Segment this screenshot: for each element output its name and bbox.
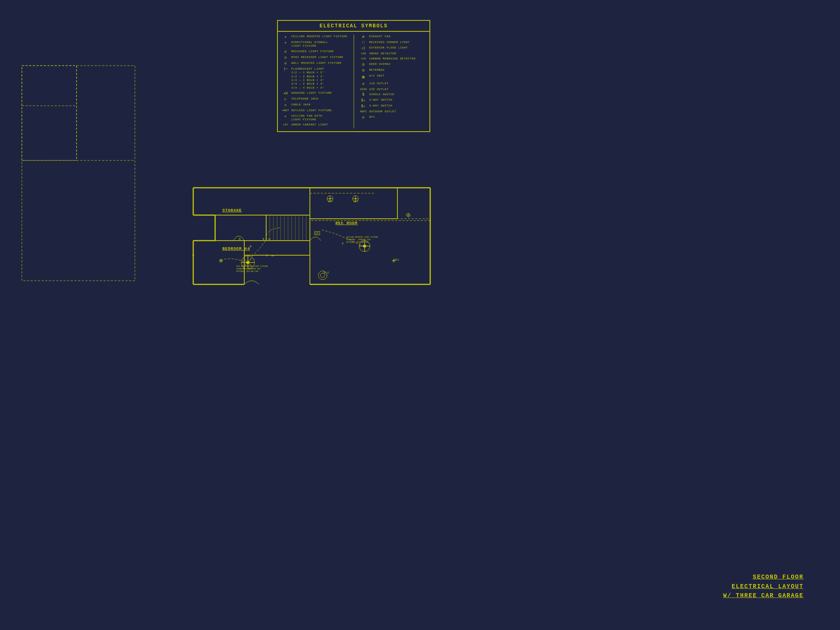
switch-rec-room: $ <box>342 242 343 245</box>
title-line2: ELECTRICAL LAYOUT <box>723 582 804 592</box>
storage-label: STORAGE <box>223 208 242 213</box>
title-line3: W/ THREE CAR GARAGE <box>723 591 804 601</box>
svg-point-55 <box>329 198 331 199</box>
svg-text:OPTIONAL CEILING FAN: OPTIONAL CEILING FAN <box>346 242 368 243</box>
svg-point-60 <box>318 271 327 279</box>
svg-rect-0 <box>22 66 77 160</box>
annotation-bed4: CEILING MOUNTED LIGHT FIXTURE <box>236 265 268 268</box>
bedroom4-label: BEDROOM #4 <box>223 246 250 251</box>
door-arc-3 <box>310 237 321 241</box>
outer-floor-outline <box>22 66 135 281</box>
svg-text:STANDARD - PREWIRE FOR: STANDARD - PREWIRE FOR <box>346 239 370 241</box>
switch-bed-1: $ <box>266 254 268 257</box>
floorplan-svg: .wall { stroke: #cccc00; stroke-width: 2… <box>11 22 448 295</box>
title-line1: SECOND FLOOR <box>723 573 804 582</box>
switch-s1: $ <box>239 237 241 241</box>
svg-point-61 <box>321 273 325 278</box>
title-block: SECOND FLOOR ELECTRICAL LAYOUT W/ THREE … <box>723 573 804 601</box>
annotation-rec: CEILING MOUNTED LIGHT FIXTURE <box>346 236 378 238</box>
wire-1 <box>248 228 281 262</box>
rec-room-label: REC ROOM <box>335 221 358 225</box>
outlet-1 <box>219 259 223 262</box>
wire-3 <box>221 259 248 262</box>
ceiling-light-top2 <box>352 196 358 202</box>
svg-point-59 <box>355 198 356 199</box>
door-arc-2 <box>244 281 259 284</box>
ceiling-light-top1 <box>327 196 333 202</box>
switch-s3: $ <box>250 245 251 248</box>
switch-s2: $ <box>262 237 264 241</box>
svg-rect-70 <box>310 188 430 221</box>
svg-rect-33 <box>310 188 430 219</box>
svg-text:OPTIONAL CEILING FAN: OPTIONAL CEILING FAN <box>236 270 258 273</box>
outlet-rec-top <box>406 213 410 217</box>
gfi-right: GFI <box>395 259 399 261</box>
ro-label: RO <box>268 238 271 241</box>
water-heater-symbol <box>318 271 327 279</box>
svg-text:STANDARD - PREWIRE FOR: STANDARD - PREWIRE FOR <box>236 268 260 270</box>
co-detector: CO <box>315 232 318 235</box>
outlet-left <box>192 253 194 257</box>
